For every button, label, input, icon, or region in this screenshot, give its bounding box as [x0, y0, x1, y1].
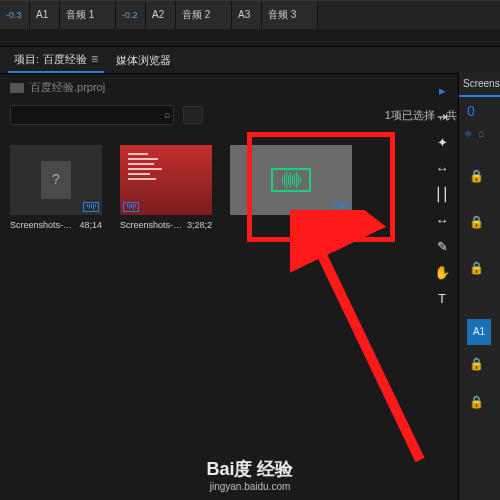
tool-column: ▸ ⇥ ✦ ↔ ⎮⎮ ↔ ✎ ✋ T — [428, 72, 456, 310]
bin-icon — [10, 83, 24, 93]
db-value: -0.3 — [6, 10, 22, 20]
track-label: 音频 2 — [182, 8, 210, 22]
panel-menu-icon[interactable]: ≡ — [91, 52, 98, 66]
lock-icon[interactable]: 🔒 — [469, 215, 500, 229]
panel-tabs: 项目: 百度经验 ≡ 媒体浏览器 — [0, 46, 500, 74]
project-filename: 百度经验.prproj — [30, 80, 105, 95]
bin-item-selected[interactable]: 3:28.38592 — [230, 145, 352, 230]
hand-tool[interactable]: ✋ — [430, 260, 454, 284]
watermark: Bai度 经验 jingyan.baidu.com — [0, 457, 500, 492]
watermark-logo: Bai度 经验 — [0, 457, 500, 481]
track-id: A2 — [152, 9, 164, 20]
spacer — [0, 28, 500, 46]
lock-icon[interactable]: 🔒 — [469, 169, 500, 183]
right-panel: Screens 0 ⎆ ⌂ 🔒 🔒 🔒 A1 🔒 🔒 — [458, 72, 500, 500]
rate-stretch-tool[interactable]: ↔ — [430, 156, 454, 180]
audio-track-1-header[interactable]: -0.3 A1 音频 1 -0.2 A2 音频 2 A3 音频 3 — [0, 0, 500, 28]
lock-icon[interactable]: 🔒 — [469, 395, 500, 409]
a1-patch[interactable]: A1 — [467, 319, 491, 345]
ripple-edit-tool[interactable]: ✦ — [430, 130, 454, 154]
bin-thumb-audio[interactable] — [230, 145, 352, 215]
bin-meta: 48;14 — [79, 220, 102, 230]
track-id: A1 — [36, 9, 48, 20]
breadcrumb: 百度经验.prproj — [0, 74, 500, 101]
tab-project[interactable]: 项目: 百度经验 ≡ — [8, 48, 104, 73]
search-input[interactable] — [10, 105, 174, 125]
svg-line-1 — [310, 230, 420, 460]
lock-icon[interactable]: 🔒 — [469, 261, 500, 275]
timecode[interactable]: 0 — [459, 97, 500, 125]
bin-name: Screenshots-20210110... — [120, 220, 184, 230]
track-label: 音频 1 — [66, 8, 94, 22]
track-id: A3 — [238, 9, 250, 20]
track-label: 音频 3 — [268, 8, 296, 22]
snap-icon[interactable]: ⎆ — [465, 127, 472, 139]
bin-thumb-image[interactable] — [120, 145, 212, 215]
waveform-icon — [271, 168, 311, 192]
search-icon: ⌕ — [164, 108, 171, 120]
bin-thumb-file[interactable] — [10, 145, 102, 215]
bin-name: Screenshots-20210110-1... — [10, 220, 74, 230]
tab-media-browser[interactable]: 媒体浏览器 — [110, 49, 177, 72]
type-tool[interactable]: T — [430, 286, 454, 310]
bin-meta: 3:28.38592 — [307, 220, 352, 230]
pen-tool[interactable]: ✎ — [430, 234, 454, 258]
unknown-file-icon — [41, 161, 71, 199]
audio-badge-icon — [83, 202, 99, 212]
right-panel-tab[interactable]: Screens — [459, 72, 500, 97]
bin-item[interactable]: Screenshots-20210110-1... 48;14 — [10, 145, 102, 230]
audio-badge-icon — [123, 202, 139, 212]
lock-icon[interactable]: 🔒 — [469, 357, 500, 371]
selection-tool[interactable]: ▸ — [430, 78, 454, 102]
audio-badge-icon — [333, 202, 349, 212]
bin-item[interactable]: Screenshots-20210110... 3;28;2 — [120, 145, 212, 230]
tab-project-prefix: 项目: — [14, 52, 39, 67]
annotation-arrow — [290, 210, 450, 470]
track-body[interactable] — [318, 1, 500, 29]
tab-project-name: 百度经验 — [43, 52, 87, 67]
watermark-url: jingyan.baidu.com — [0, 481, 500, 492]
db-value: -0.2 — [122, 10, 138, 20]
search-row: ⌕ 1项已选择，共 3 项 — [0, 101, 500, 129]
bin-meta: 3;28;2 — [187, 220, 212, 230]
track-select-tool[interactable]: ⇥ — [430, 104, 454, 128]
thumbnail-content — [128, 153, 162, 180]
slip-tool[interactable]: ↔ — [430, 208, 454, 232]
razor-tool[interactable]: ⎮⎮ — [430, 182, 454, 206]
new-bin-button[interactable] — [183, 106, 203, 124]
marker-icon[interactable]: ⌂ — [478, 127, 485, 139]
project-bins: Screenshots-20210110-1... 48;14 Screensh… — [0, 129, 500, 246]
